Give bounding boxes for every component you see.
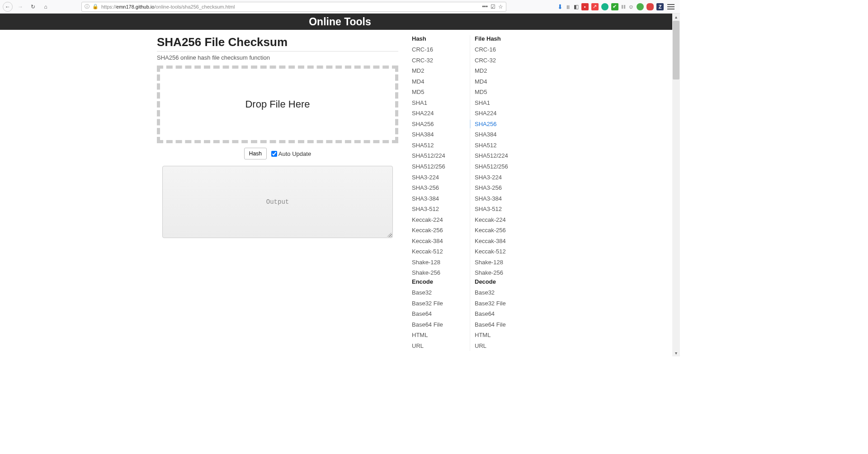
sidebar-item[interactable]: SHA3-512 [475, 204, 528, 215]
sidebar-item[interactable]: Shake-256 [412, 267, 470, 278]
sidebar-item[interactable]: SHA512/224 [475, 150, 528, 161]
hash-button[interactable]: Hash [244, 148, 267, 159]
title-divider [157, 51, 398, 51]
ext-icon-green-check[interactable]: ✔ [611, 3, 618, 10]
scroll-down-icon[interactable]: ▾ [675, 350, 677, 356]
auto-update-toggle[interactable]: Auto Update [271, 150, 311, 157]
sidebar-item[interactable]: HTML [412, 330, 470, 341]
ext-icon-red2[interactable]: ↗ [591, 3, 599, 10]
sidebar-item[interactable]: SHA224 [412, 108, 470, 119]
ext-icon-green-circle[interactable] [601, 3, 609, 10]
browser-toolbar: ← → ↻ ⌂ ⓘ 🔒 https://emn178.github.io/onl… [0, 0, 680, 14]
sidebar-item[interactable]: MD4 [412, 76, 470, 87]
scroll-up-icon[interactable]: ▴ [675, 14, 677, 20]
sidebar-item[interactable]: Keccak-256 [475, 225, 528, 236]
meatball-icon[interactable]: ••• [482, 4, 488, 10]
sidebar-item[interactable]: Base64 [412, 309, 470, 319]
sidebar-item[interactable]: SHA3-384 [475, 193, 528, 204]
sidebar-icon[interactable]: ◧ [574, 4, 579, 10]
sidebar-item[interactable]: SHA384 [475, 129, 528, 140]
sidebar-item[interactable]: SHA3-384 [412, 193, 470, 204]
sidebar-item[interactable]: Base64 File [475, 319, 528, 330]
ext-icon-shield[interactable] [637, 3, 644, 10]
download-icon[interactable]: ⬇ [557, 3, 563, 10]
sidebar-item[interactable]: MD2 [475, 66, 528, 76]
reader-icon[interactable]: ☑ [491, 4, 495, 10]
sidebar-item[interactable]: Keccak-512 [412, 246, 470, 257]
output-textarea[interactable]: Output [162, 166, 393, 238]
url-bar[interactable]: ⓘ 🔒 https://emn178.github.io/online-tool… [81, 2, 506, 12]
sidebar-item[interactable]: Keccak-224 [412, 215, 470, 225]
ext-icon-red1[interactable]: • [581, 3, 589, 10]
sidebar-item[interactable]: Base64 [475, 309, 528, 319]
url-text: https://emn178.github.io/online-tools/sh… [101, 4, 235, 9]
page-subtitle: SHA256 online hash file checksum functio… [157, 54, 398, 61]
sidebar-item[interactable]: MD5 [412, 87, 470, 98]
sidebar-item[interactable]: SHA1 [412, 98, 470, 108]
sidebar-item[interactable]: SHA3-224 [475, 172, 528, 183]
library-icon[interactable]: ⫼ [566, 4, 571, 10]
sidebar-item[interactable]: Keccak-224 [475, 215, 528, 225]
hamburger-menu[interactable] [666, 2, 675, 11]
sidebar-item[interactable]: SHA3-256 [475, 183, 528, 193]
sidebar-heading: Hash [412, 35, 470, 42]
sidebar-item[interactable]: SHA512/256 [412, 161, 470, 172]
sidebar-item[interactable]: CRC-32 [412, 55, 470, 66]
home-icon: ⌂ [44, 4, 47, 10]
sidebar-item[interactable]: Base32 File [475, 298, 528, 309]
sidebar-item[interactable]: SHA256 [412, 119, 470, 130]
sidebar-item[interactable]: SHA3-256 [412, 183, 470, 193]
sidebar-item[interactable]: SHA1 [475, 98, 528, 108]
sidebar-item[interactable]: Base32 [475, 287, 528, 298]
action-row: Hash Auto Update [157, 148, 398, 159]
sidebar-item[interactable]: SHA512/224 [412, 150, 470, 161]
arrow-right-icon: → [18, 4, 23, 10]
sidebar-item[interactable]: CRC-16 [412, 44, 470, 55]
back-button[interactable]: ← [3, 2, 13, 12]
sidebar-item[interactable]: CRC-16 [475, 44, 528, 55]
sidebar-item[interactable]: Base64 File [412, 319, 470, 330]
lock-icon: 🔒 [92, 4, 99, 9]
ext-icon-z[interactable]: Z [656, 3, 664, 10]
sidebar-heading: File Hash [475, 35, 528, 42]
sidebar-item[interactable]: Shake-128 [475, 257, 528, 268]
sidebar-item[interactable]: SHA3-224 [412, 172, 470, 183]
sidebar-item[interactable]: SHA384 [412, 129, 470, 140]
ext-icon-bars[interactable]: ⦀⦀ [621, 4, 626, 10]
sidebar-item[interactable]: Base32 [412, 287, 470, 298]
sidebar-item[interactable]: Base32 File [412, 298, 470, 309]
sidebar-item[interactable]: MD2 [412, 66, 470, 76]
file-dropzone[interactable]: Drop File Here [157, 66, 398, 143]
ext-icon-cloud[interactable] [646, 3, 654, 10]
sidebar-item[interactable]: Shake-128 [412, 257, 470, 268]
star-icon[interactable]: ☆ [498, 4, 503, 10]
sidebar-item[interactable]: CRC-32 [475, 55, 528, 66]
sidebar-item[interactable]: SHA3-512 [412, 204, 470, 215]
home-button[interactable]: ⌂ [41, 2, 51, 12]
page-banner: Online Tools [0, 14, 680, 30]
sidebar-item[interactable]: URL [475, 341, 528, 351]
info-icon: ⓘ [85, 3, 90, 10]
auto-update-checkbox[interactable] [271, 151, 277, 157]
account-icon[interactable]: ☺ [628, 4, 634, 10]
sidebar-item[interactable]: Keccak-384 [412, 236, 470, 247]
sidebar-item[interactable]: MD5 [475, 87, 528, 98]
sidebar-item[interactable]: Keccak-256 [412, 225, 470, 236]
sidebar-item[interactable]: Shake-256 [475, 267, 528, 278]
sidebar-item[interactable]: URL [412, 341, 470, 351]
dropzone-label: Drop File Here [245, 98, 310, 110]
auto-update-label: Auto Update [278, 150, 311, 157]
sidebar-item[interactable]: HTML [475, 330, 528, 341]
scroll-thumb[interactable] [673, 21, 679, 80]
sidebar-item[interactable]: SHA512/256 [475, 161, 528, 172]
sidebar-item[interactable]: Keccak-512 [475, 246, 528, 257]
page-scrollbar[interactable]: ▴ ▾ [672, 14, 680, 356]
sidebar-item[interactable]: SHA512 [475, 140, 528, 151]
sidebar-item[interactable]: SHA224 [475, 108, 528, 119]
reload-button[interactable]: ↻ [28, 2, 38, 12]
sidebar-item[interactable]: Keccak-384 [475, 236, 528, 247]
sidebar-item[interactable]: MD4 [475, 76, 528, 87]
sidebar-item[interactable]: SHA256 [475, 119, 528, 130]
sidebar-item[interactable]: SHA512 [412, 140, 470, 151]
forward-button[interactable]: → [15, 2, 25, 12]
